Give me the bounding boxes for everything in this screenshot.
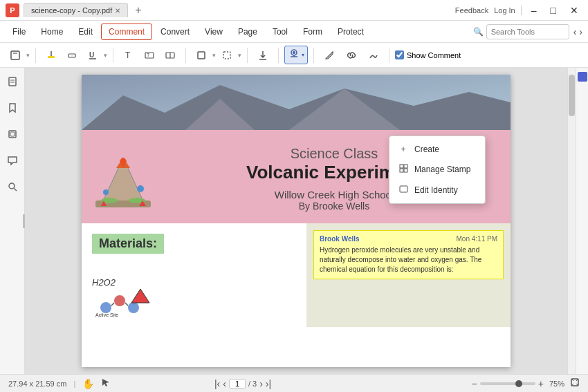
new-tab-button[interactable]: + (132, 4, 144, 17)
svg-rect-20 (9, 77, 16, 86)
login-button[interactable]: Log In (494, 6, 515, 15)
sign-button[interactable] (364, 46, 383, 64)
svg-point-17 (293, 51, 295, 54)
first-page-button[interactable]: |‹ (214, 378, 220, 389)
menu-tool[interactable]: Tool (266, 24, 295, 39)
tab-title: science-copy - Copy.pdf (31, 6, 112, 15)
dropdown-identity-label: Edit Identity (414, 185, 458, 195)
sidebar-search-icon[interactable] (4, 178, 21, 198)
sidebar-layers-icon[interactable] (4, 126, 21, 145)
h2o2-drawing: H2O2 Active Site (92, 277, 147, 320)
menu-file[interactable]: File (6, 24, 33, 39)
eraser-button[interactable] (62, 46, 82, 64)
maximize-button[interactable]: □ (546, 5, 560, 16)
tab-close-button[interactable]: ✕ (115, 7, 120, 15)
zoom-slider-container: − + (472, 378, 544, 389)
close-button[interactable]: ✕ (566, 5, 582, 16)
vertical-scrollbar[interactable] (567, 68, 576, 374)
toolbar-shape-group: ▾ ▾ (192, 46, 241, 64)
menu-page[interactable]: Page (231, 24, 264, 39)
annotation-text: Hydrogen peroxide molecules are very uns… (320, 245, 497, 274)
link-button[interactable] (342, 46, 361, 64)
select-tool-button[interactable] (101, 377, 111, 389)
materials-label: Materials: (92, 234, 164, 254)
scrollbar-thumb[interactable] (569, 75, 575, 116)
stamp-button[interactable]: ▾ (284, 46, 308, 64)
menu-comment[interactable]: Comment (101, 24, 152, 40)
toolbar-sep-7 (389, 48, 389, 63)
last-page-button[interactable]: ›| (266, 378, 271, 389)
minimize-button[interactable]: – (527, 5, 541, 16)
annotation-header: Brook Wells Mon 4:11 PM (320, 235, 497, 243)
area-arrow[interactable]: ▾ (238, 52, 241, 59)
svg-rect-2 (48, 56, 55, 58)
document-tab[interactable]: science-copy - Copy.pdf ✕ (24, 3, 128, 17)
svg-point-36 (103, 189, 109, 195)
annotate-button[interactable] (6, 46, 25, 64)
menu-convert[interactable]: Convert (154, 24, 196, 39)
annotation-time: Mon 4:11 PM (457, 235, 497, 243)
manage-stamp-icon (398, 164, 409, 175)
menu-home[interactable]: Home (34, 24, 70, 39)
prev-page-button[interactable]: ‹ (223, 378, 226, 389)
highlight-button[interactable] (42, 46, 61, 64)
menu-edit[interactable]: Edit (71, 24, 100, 39)
page-number-input[interactable]: 1 (229, 379, 246, 389)
sidebar-comment-icon[interactable] (4, 152, 21, 171)
show-comment-checkbox[interactable] (395, 50, 404, 59)
shape-arrow[interactable]: ▾ (212, 52, 216, 59)
sidebar-bookmark-icon[interactable] (4, 100, 21, 119)
underline-button[interactable]: U (83, 46, 102, 64)
feedback-button[interactable]: Feedback (455, 6, 488, 15)
status-sep: | (73, 380, 75, 388)
hand-tool-button[interactable]: ✋ (82, 378, 94, 389)
dropdown-manage-label: Manage Stamp (414, 165, 470, 174)
zoom-thumb[interactable] (515, 380, 522, 387)
dropdown-create[interactable]: + Create (389, 139, 485, 159)
nav-back-button[interactable]: ‹ (573, 26, 577, 37)
nav-forward-button[interactable]: › (579, 26, 582, 37)
show-comment-label[interactable]: Show Comment (395, 50, 461, 59)
next-page-button[interactable]: › (259, 378, 263, 389)
statusbar-right: − + 75% (472, 377, 580, 389)
svg-rect-14 (223, 52, 230, 59)
document-area[interactable]: Science Class Volcanic Experiment Willow… (25, 68, 567, 374)
svg-line-43 (111, 303, 114, 306)
menu-search-area: 🔍 (473, 24, 569, 39)
toolbar-text-group: T T (119, 46, 180, 64)
toolbar-sep-1 (35, 48, 36, 63)
toolbar-annotation-group: ▾ (6, 46, 30, 64)
fit-page-button[interactable] (570, 377, 580, 389)
stamp-dropdown-arrow[interactable]: ▾ (302, 52, 304, 58)
title-bar: P science-copy - Copy.pdf ✕ + Feedback L… (0, 0, 588, 21)
zoom-out-button[interactable]: − (472, 378, 477, 389)
menu-protect[interactable]: Protect (331, 24, 371, 39)
h2o2-text: H2O2 (92, 277, 147, 288)
area-button[interactable] (217, 46, 237, 64)
sidebar-page-icon[interactable] (4, 73, 21, 93)
draw-button[interactable] (320, 46, 339, 64)
page-container: Science Class Volcanic Experiment Willow… (82, 75, 511, 367)
textbox-button[interactable]: T (140, 46, 159, 64)
svg-text:T: T (125, 50, 131, 60)
text-button[interactable]: T (119, 46, 138, 64)
svg-marker-46 (131, 289, 149, 303)
svg-rect-24 (10, 132, 15, 136)
menu-nav-buttons: ‹ › (573, 26, 582, 37)
attach-button[interactable] (253, 46, 273, 64)
menu-form[interactable]: Form (296, 24, 329, 39)
edit-identity-icon (398, 185, 409, 196)
underline-arrow[interactable]: ▾ (104, 52, 107, 59)
svg-line-26 (14, 189, 17, 192)
search-tools-input[interactable] (486, 24, 569, 39)
annotate-arrow[interactable]: ▾ (26, 52, 30, 59)
shape-button[interactable] (192, 46, 211, 64)
menu-view[interactable]: View (198, 24, 230, 39)
dropdown-edit-identity[interactable]: Edit Identity (389, 180, 485, 200)
dropdown-manage-stamp[interactable]: Manage Stamp (389, 159, 485, 180)
toolbar-sep-2 (113, 48, 113, 63)
insert-button[interactable] (160, 46, 180, 64)
stamp-dropdown-menu: + Create Manage Stamp Edit Identity (389, 136, 486, 204)
zoom-slider[interactable] (480, 382, 535, 385)
zoom-in-button[interactable]: + (538, 378, 544, 389)
